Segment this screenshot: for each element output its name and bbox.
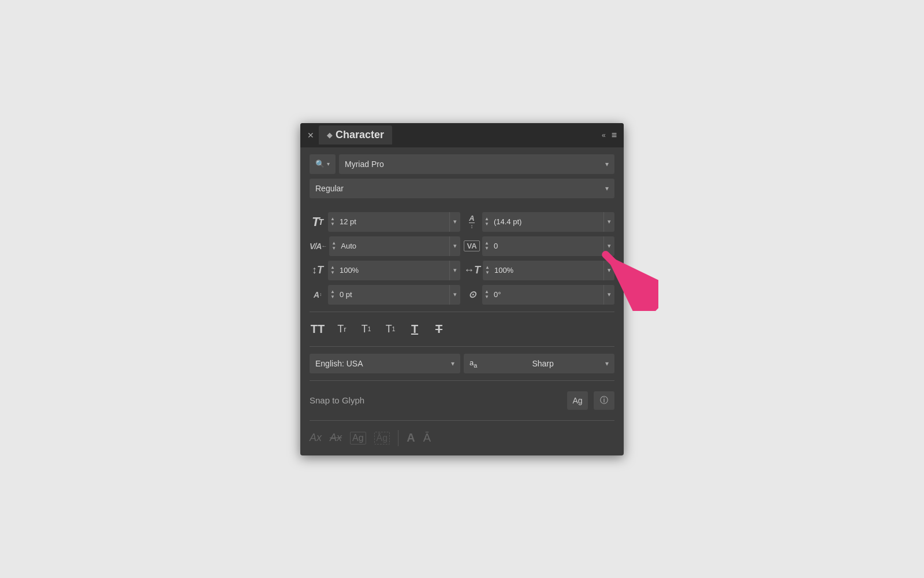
character-panel: ✕ ◆ Character « ≡ 🔍 ▾ Myriad Pro [300,123,624,455]
search-chevron: ▾ [327,161,330,167]
baseline-col: A↕ ▲ ▼ 0 pt ▾ [310,285,460,305]
horizontal-scale-up[interactable]: ▲ [485,265,490,270]
kerning-down[interactable]: ▼ [331,246,336,251]
tracking-up[interactable]: ▲ [485,241,489,246]
collapse-icon[interactable]: « [602,131,606,139]
tracking-stepper[interactable]: ▲ ▼ [482,240,491,252]
tracking-dropdown-arrow[interactable]: ▾ [603,236,614,256]
rotation-dropdown-arrow[interactable]: ▾ [603,285,614,305]
standard-ligatures-button[interactable]: Ax [330,432,342,444]
vertical-scale-stepper[interactable]: ▲ ▼ [328,264,337,276]
ornaments-button[interactable]: Ā [423,431,431,444]
leading-stepper[interactable]: ▲ ▼ [482,216,491,228]
leading-col: A ↕ ▲ ▼ (14.4 pt) ▾ [464,212,614,232]
titlebar-left: ✕ ◆ Character [307,125,392,144]
font-style-chevron: ▾ [605,184,609,192]
baseline-field[interactable]: ▲ ▼ 0 pt ▾ [328,285,460,305]
vertical-scale-dropdown-arrow[interactable]: ▾ [449,261,460,280]
font-size-stepper[interactable]: ▲ ▼ [328,216,337,228]
font-size-dropdown-arrow[interactable]: ▾ [449,212,460,232]
ag-snap-button[interactable]: Ag [567,391,588,410]
baseline-rotation-row: A↕ ▲ ▼ 0 pt ▾ ⊙ ▲ ▼ [310,285,614,305]
panel-tab[interactable]: ◆ Character [319,125,392,144]
vertical-scale-up[interactable]: ▲ [330,265,335,270]
baseline-dropdown-arrow[interactable]: ▾ [449,285,460,305]
vertical-scale-icon: ↕T [310,264,326,276]
font-size-up[interactable]: ▲ [330,217,335,221]
horizontal-scale-col: ↔T ▲ ▼ 100% ▾ [464,261,614,280]
kerning-icon: V/A← [310,242,327,251]
swash-button[interactable]: Āg [374,432,390,444]
ag-icon: Ag [572,396,582,405]
divider-3 [310,380,614,381]
rotation-field[interactable]: ▲ ▼ 0° ▾ [482,285,614,305]
panel-menu-icon[interactable]: ≡ [612,130,617,140]
kerning-stepper[interactable]: ▲ ▼ [329,240,338,252]
rotation-icon: ⊙ [464,289,480,300]
font-family-value: Myriad Pro [345,160,384,169]
horizontal-scale-stepper[interactable]: ▲ ▼ [483,264,492,276]
rotation-down[interactable]: ▼ [485,295,489,299]
font-family-dropdown[interactable]: Myriad Pro ▾ [339,154,614,174]
panel-titlebar: ✕ ◆ Character « ≡ [300,123,624,147]
leading-field[interactable]: ▲ ▼ (14.4 pt) ▾ [482,212,614,232]
titling-alternates-button[interactable]: A [407,431,415,444]
kerning-field[interactable]: ▲ ▼ Auto ▾ [329,236,460,256]
rotation-stepper[interactable]: ▲ ▼ [482,288,491,301]
rotation-up[interactable]: ▲ [485,290,489,294]
snap-to-glyph-label: Snap to Glyph [310,395,364,405]
kerning-col: V/A← ▲ ▼ Auto ▾ [310,236,460,256]
rotation-col: ⊙ ▲ ▼ 0° ▾ [464,285,614,305]
all-caps-button[interactable]: TT [310,323,326,336]
leading-dropdown-arrow[interactable]: ▾ [603,212,614,232]
font-size-down[interactable]: ▼ [330,222,335,227]
scale-row: ↕T ▲ ▼ 100% ▾ ↔T ▲ ▼ [310,261,614,280]
kerning-up[interactable]: ▲ [331,241,336,246]
font-family-row: 🔍 ▾ Myriad Pro ▾ [310,154,614,174]
language-chevron: ▾ [451,360,454,368]
panel-body: 🔍 ▾ Myriad Pro ▾ Regular ▾ [300,147,624,455]
font-style-value: Regular [315,184,344,193]
discretionary-ligatures-button[interactable]: Ax [310,432,322,444]
small-caps-button[interactable]: Tr [334,323,350,335]
underline-button[interactable]: T [407,323,423,336]
contextual-alternates-button[interactable]: Ag [350,432,366,444]
font-style-dropdown[interactable]: Regular ▾ [310,179,614,198]
font-size-value: 12 pt [337,217,449,226]
glyph-divider [398,430,398,446]
baseline-down[interactable]: ▼ [330,295,335,299]
horizontal-scale-icon: ↔T [464,264,480,276]
baseline-stepper[interactable]: ▲ ▼ [328,288,337,301]
leading-up[interactable]: ▲ [485,217,489,221]
leading-down[interactable]: ▼ [485,222,489,227]
baseline-up[interactable]: ▲ [330,290,335,294]
antialiasing-dropdown[interactable]: aa Sharp ▾ [464,354,614,373]
titlebar-right: « ≡ [602,130,617,140]
superscript-button[interactable]: T1 [358,323,374,335]
font-size-field[interactable]: ▲ ▼ 12 pt ▾ [328,212,460,232]
panel-title: Character [336,129,384,141]
info-button[interactable]: ⓘ [594,391,614,410]
vertical-scale-value: 100% [337,266,449,275]
strikethrough-button[interactable]: T [431,323,447,336]
size-col: TT ▲ ▼ 12 pt ▾ [310,212,460,232]
kerning-dropdown-arrow[interactable]: ▾ [449,236,460,256]
language-dropdown[interactable]: English: USA ▾ [310,354,460,373]
close-button[interactable]: ✕ [307,131,314,140]
horizontal-scale-field[interactable]: ▲ ▼ 100% ▾ [483,261,614,280]
font-search-prefix[interactable]: 🔍 ▾ [310,154,336,174]
tracking-col: VA ▲ ▼ 0 ▾ [464,236,614,256]
kerning-value: Auto [338,242,449,250]
tracking-down[interactable]: ▼ [485,246,489,251]
vertical-scale-field[interactable]: ▲ ▼ 100% ▾ [328,261,460,280]
divider-1 [310,312,614,312]
tracking-field[interactable]: ▲ ▼ 0 ▾ [482,236,614,256]
glyph-row: Ax Ax Ag Āg A Ā [310,428,614,449]
vertical-scale-col: ↕T ▲ ▼ 100% ▾ [310,261,460,280]
horizontal-scale-dropdown-arrow[interactable]: ▾ [603,261,614,280]
font-style-row: Regular ▾ [310,179,614,198]
vertical-scale-down[interactable]: ▼ [330,271,335,275]
subscript-button[interactable]: T1 [382,323,398,335]
language-antialias-row: English: USA ▾ aa Sharp ▾ [310,354,614,373]
horizontal-scale-down[interactable]: ▼ [485,271,490,275]
